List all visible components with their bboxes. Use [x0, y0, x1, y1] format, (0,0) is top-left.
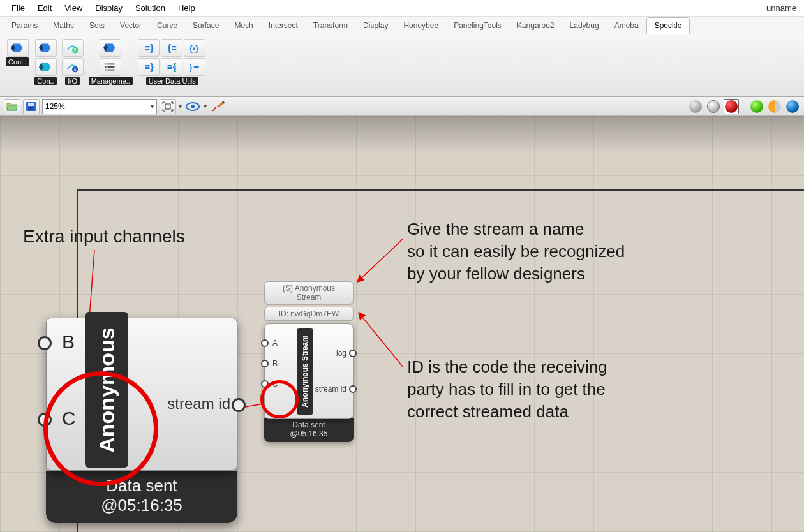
- output-streamid-label: stream id: [315, 385, 346, 394]
- panel-cont: Cont..: [4, 37, 31, 68]
- svg-rect-12: [105, 64, 107, 65]
- category-tabs: Params Maths Sets Vector Curve Surface M…: [0, 17, 804, 34]
- save-button[interactable]: [23, 99, 40, 114]
- svg-marker-31: [217, 102, 223, 108]
- footer-line2: @05:16:35: [46, 496, 237, 515]
- zoom-extents-button[interactable]: [160, 99, 176, 114]
- menu-help[interactable]: Help: [172, 1, 202, 15]
- document-name: unname: [764, 1, 799, 15]
- sphere-grey-icon[interactable]: [688, 99, 703, 114]
- brace-icon[interactable]: {≡: [161, 39, 182, 57]
- zoom-select[interactable]: 125% ▾: [42, 99, 157, 114]
- brace-icon[interactable]: ≡}: [138, 39, 160, 57]
- input-label-b: B: [272, 359, 278, 368]
- input-port[interactable]: [38, 413, 52, 427]
- zoom-value: 125%: [45, 102, 65, 111]
- component-title: Anonymous: [94, 327, 119, 452]
- svg-text:{•}: {•}: [190, 43, 198, 53]
- stream-id-pill[interactable]: ID: nwGqDm7EW: [264, 307, 354, 321]
- sphere-wire-icon[interactable]: [706, 99, 721, 114]
- tab-transform[interactable]: Transform: [306, 18, 355, 34]
- eye-icon[interactable]: [184, 99, 201, 114]
- menu-solution[interactable]: Solution: [129, 1, 172, 15]
- svg-rect-28: [165, 104, 170, 109]
- panel-io: R S I/O: [60, 37, 86, 87]
- sphere-half-icon[interactable]: [767, 99, 782, 114]
- tab-panelingtools[interactable]: PanelingTools: [446, 18, 509, 34]
- component-body[interactable]: Anonymous Stream A B C log stream id: [264, 323, 354, 419]
- svg-text:{≡: {≡: [167, 43, 176, 53]
- tab-vector[interactable]: Vector: [112, 18, 149, 34]
- pencil-icon[interactable]: [209, 99, 226, 114]
- menu-bar: File Edit View Display Solution Help unn…: [0, 0, 804, 17]
- input-port[interactable]: [261, 380, 269, 388]
- brace-icon[interactable]: ≡}: [138, 58, 160, 76]
- annotation-id: ID is the code the receiving party has t…: [407, 356, 607, 423]
- wifi-r-icon[interactable]: R: [62, 39, 84, 57]
- brace-icon[interactable]: ≡{}: [161, 58, 182, 76]
- panel-label: Con..: [34, 77, 56, 85]
- brace-icon[interactable]: {•}: [184, 39, 205, 57]
- speckle-icon[interactable]: [7, 39, 29, 57]
- tab-intersect[interactable]: Intersect: [261, 18, 306, 34]
- component-body-zoom: B C Anonymous stream id: [46, 318, 237, 471]
- open-button[interactable]: [4, 99, 20, 114]
- menu-edit[interactable]: Edit: [31, 1, 58, 15]
- input-port[interactable]: [261, 339, 269, 347]
- speckle-icon[interactable]: [35, 58, 57, 76]
- svg-rect-27: [28, 107, 34, 110]
- component-title-bar: Anonymous Stream: [297, 328, 313, 415]
- output-port[interactable]: [349, 385, 357, 393]
- input-label-b: B: [62, 331, 75, 353]
- sphere-green-icon[interactable]: [749, 99, 764, 114]
- annotation-extra-inputs: Extra input channels: [23, 225, 185, 249]
- canvas-shadow: [0, 116, 804, 154]
- tab-honeybee[interactable]: Honeybee: [396, 18, 446, 34]
- panel-label: User Data Utils: [146, 77, 198, 85]
- stream-name-pill[interactable]: (S) Anonymous Stream: [264, 281, 354, 304]
- tab-sets[interactable]: Sets: [82, 18, 112, 34]
- tab-display[interactable]: Display: [355, 18, 396, 34]
- component-title-bar: Anonymous: [85, 312, 128, 468]
- dropdown-caret-icon[interactable]: ▾: [179, 103, 182, 110]
- output-port[interactable]: [232, 398, 246, 412]
- svg-rect-14: [105, 66, 107, 68]
- tab-kangaroo2[interactable]: Kangaroo2: [509, 18, 562, 34]
- tab-mesh[interactable]: Mesh: [227, 18, 260, 34]
- menu-view[interactable]: View: [58, 1, 89, 15]
- speckle-sender-component[interactable]: (S) Anonymous Stream ID: nwGqDm7EW Anony…: [264, 279, 354, 442]
- canvas[interactable]: Extra input channels Give the stream a n…: [0, 116, 804, 532]
- dropdown-caret-icon[interactable]: ▾: [204, 103, 207, 110]
- tab-ladybug[interactable]: Ladybug: [562, 18, 607, 34]
- svg-text:}: }: [174, 63, 177, 72]
- menu-display[interactable]: Display: [89, 1, 129, 15]
- tab-surface[interactable]: Surface: [185, 18, 227, 34]
- wifi-s-icon[interactable]: S: [62, 58, 84, 76]
- tab-ameba[interactable]: Ameba: [607, 18, 646, 34]
- sphere-red-icon[interactable]: [724, 99, 739, 114]
- panel-label: Cont..: [6, 57, 29, 66]
- menu-file[interactable]: File: [5, 1, 31, 15]
- panel-con: Con..: [33, 37, 58, 87]
- panel-userdata: ≡} {≡ {•} ≡} ≡{} } User Data Utils: [136, 37, 209, 87]
- fish-icon[interactable]: }: [184, 58, 205, 76]
- list-icon[interactable]: [100, 58, 121, 76]
- sphere-blue-icon[interactable]: [785, 99, 800, 114]
- svg-point-30: [191, 105, 195, 108]
- speckle-icon[interactable]: [100, 39, 121, 57]
- tab-curve[interactable]: Curve: [149, 18, 185, 34]
- speckle-icon[interactable]: [35, 39, 57, 57]
- input-port[interactable]: [38, 336, 52, 350]
- ribbon: Cont.. Con.. R S I/O Manageme.. ≡} {≡ {•…: [0, 34, 804, 97]
- tab-maths[interactable]: Maths: [45, 18, 82, 34]
- chevron-down-icon: ▾: [151, 103, 154, 110]
- panel-label: I/O: [65, 77, 80, 85]
- input-port[interactable]: [261, 360, 269, 367]
- tab-speckle[interactable]: Speckle: [646, 17, 690, 34]
- speckle-sender-component-zoom: B C Anonymous stream id Data sent @05:16…: [46, 318, 237, 523]
- tab-params[interactable]: Params: [4, 18, 45, 34]
- svg-rect-16: [105, 70, 107, 71]
- output-port[interactable]: [349, 350, 357, 357]
- input-label-a: A: [272, 339, 278, 348]
- output-log-label: log: [336, 349, 346, 358]
